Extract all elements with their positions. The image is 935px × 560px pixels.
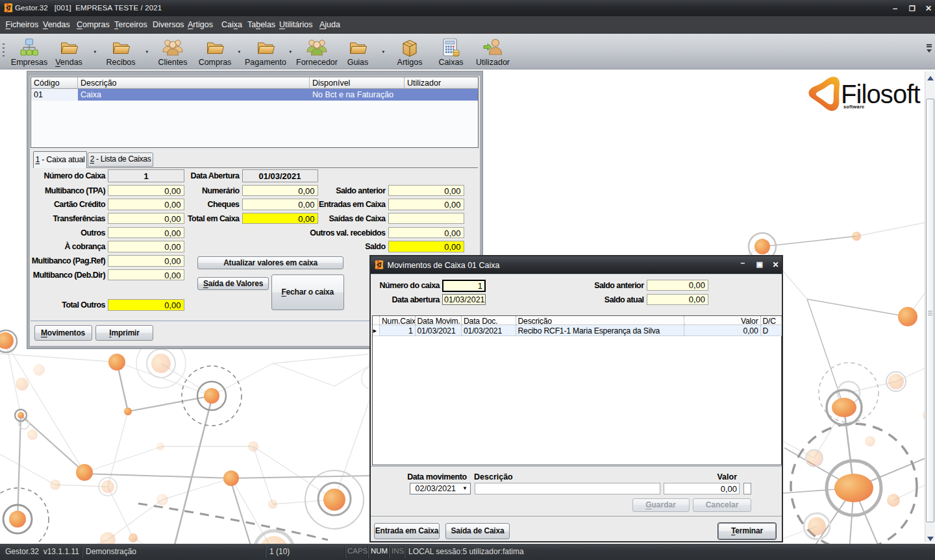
svg-text:software: software xyxy=(843,104,864,110)
